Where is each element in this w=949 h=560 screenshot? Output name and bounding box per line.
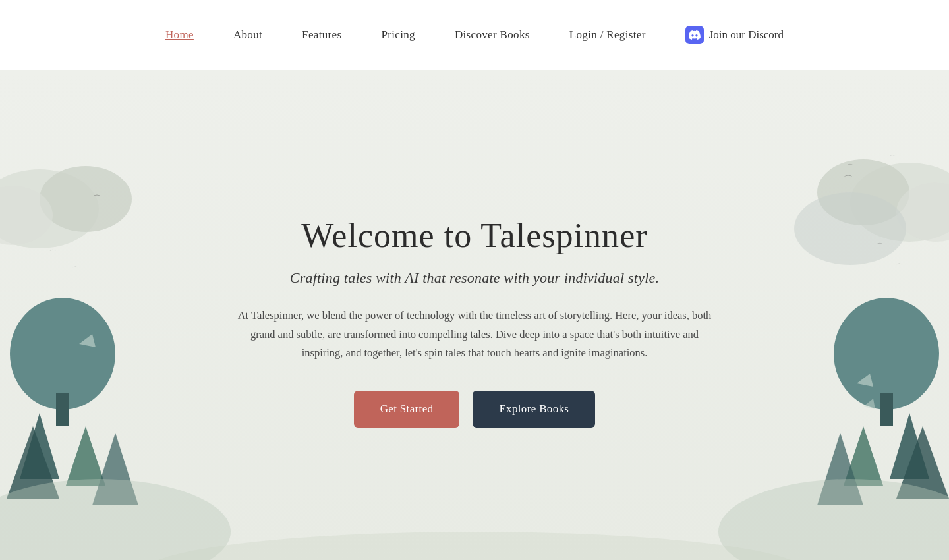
svg-point-13 [10,298,115,410]
svg-marker-17 [66,426,105,486]
svg-point-3 [850,163,949,242]
svg-point-0 [0,169,99,248]
svg-text:⌒: ⌒ [877,242,883,250]
nav-discover-books[interactable]: Discover Books [455,28,530,42]
svg-point-5 [896,182,949,242]
nav-login-register[interactable]: Login / Register [569,28,646,42]
nav-about[interactable]: About [233,28,262,42]
svg-text:⌒: ⌒ [92,194,101,204]
nav-home[interactable]: Home [165,28,194,42]
hero-description: At Talespinner, we blend the power of te… [237,306,712,364]
explore-books-button[interactable]: Explore Books [473,391,595,428]
hero-buttons: Get Started Explore Books [237,391,712,428]
discord-button[interactable]: Join our Discord [685,26,784,44]
svg-marker-25 [817,433,863,505]
discord-label: Join our Discord [709,28,784,42]
svg-marker-18 [92,433,138,505]
svg-point-4 [817,159,909,225]
svg-point-6 [794,192,906,265]
svg-marker-31 [857,374,873,387]
svg-point-19 [0,479,231,560]
svg-marker-22 [890,413,929,479]
svg-rect-21 [880,393,893,426]
svg-text:⌒: ⌒ [72,266,78,273]
svg-point-27 [145,532,804,560]
get-started-button[interactable]: Get Started [354,391,460,428]
svg-point-1 [40,166,132,232]
hero-content: Welcome to Talespinner Crafting tales wi… [237,216,712,428]
hero-title: Welcome to Talespinner [237,216,712,255]
svg-marker-16 [7,426,59,499]
svg-rect-14 [56,393,69,426]
hero-subtitle: Crafting tales with AI that resonate wit… [237,269,712,287]
svg-text:⌒: ⌒ [49,249,56,256]
nav-features[interactable]: Features [302,28,341,42]
svg-text:⌒: ⌒ [847,163,853,171]
svg-text:⌒: ⌒ [890,155,895,161]
svg-point-20 [834,298,939,410]
svg-marker-30 [79,334,96,347]
svg-point-26 [718,479,949,560]
svg-text:⌒: ⌒ [844,175,853,184]
nav-pricing[interactable]: Pricing [381,28,415,42]
svg-marker-23 [896,426,949,499]
discord-icon [685,26,704,44]
svg-marker-24 [844,426,883,486]
svg-text:⌒: ⌒ [896,263,902,269]
svg-marker-15 [20,413,59,479]
svg-marker-32 [863,399,875,409]
navbar: Home About Features Pricing Discover Boo… [0,0,949,70]
hero-section: ⌒ ⌒ ⌒ ⌒ ⌒ ⌒ ⌒ ⌒ [0,70,949,560]
svg-point-2 [0,186,53,245]
